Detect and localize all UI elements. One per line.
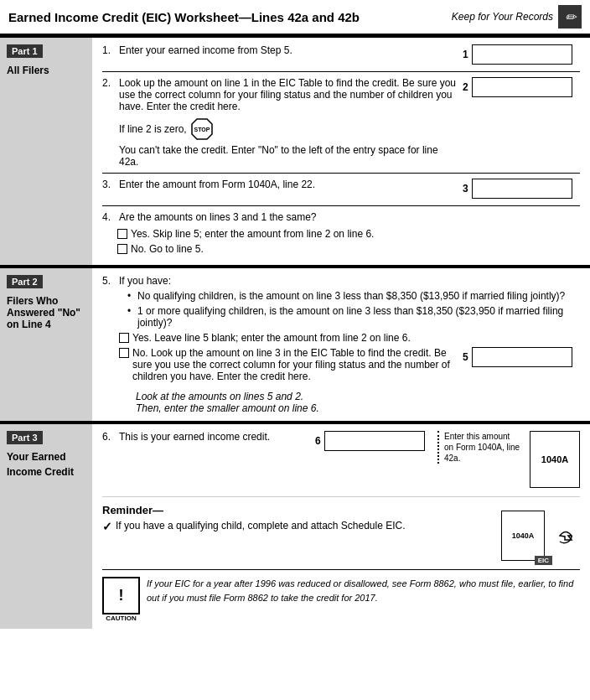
- line5-yes-item: Yes. Leave line 5 blank; enter the amoun…: [119, 332, 580, 344]
- bullet1-dot: •: [127, 290, 134, 302]
- line4-no-checkbox[interactable]: [117, 244, 127, 254]
- line1-box-container: 1: [463, 44, 580, 65]
- small-form-top: 1040A: [512, 531, 535, 540]
- line6-input[interactable]: [324, 431, 425, 451]
- part1-content: 1. Enter your earned income from Step 5.…: [92, 38, 590, 265]
- line6-box-container: 6: [315, 431, 432, 451]
- part1-badge: Part 1: [7, 44, 43, 58]
- part3-badge: Part 3: [7, 431, 43, 444]
- reminder-title: Reminder—: [102, 504, 488, 516]
- line6-enter-note: Enter this amount on Form 1040A, line 42…: [437, 431, 521, 464]
- line2-divider: [102, 173, 580, 174]
- part3-name-line1: Your Earned: [7, 451, 85, 463]
- line5-no-checkbox[interactable]: [119, 348, 129, 358]
- line3-box-container: 3: [463, 179, 580, 199]
- line5-yes-checkbox[interactable]: [119, 333, 129, 343]
- line5-no-row: No. Look up the amount on line 3 in the …: [119, 347, 580, 382]
- line4-no-item: No. Go to line 5.: [117, 243, 580, 255]
- small-form-wrap: 1040A EIC: [501, 511, 545, 561]
- form-1040a-large: 1040A: [530, 431, 580, 488]
- part1-section: Part 1 All Filers 1. Enter your earned i…: [0, 35, 590, 266]
- caution-label: CAUTION: [106, 614, 136, 622]
- line5-yes-text: Yes. Leave line 5 blank; enter the amoun…: [132, 332, 411, 344]
- line5-box-num: 5: [463, 351, 468, 363]
- line6-box-num: 6: [315, 435, 321, 447]
- bullet2-dot: •: [127, 305, 134, 329]
- line2-text-c: You can't take the credit. Enter "No" to…: [119, 144, 458, 168]
- line4-num: 4.: [102, 211, 114, 223]
- line3-input[interactable]: [472, 179, 572, 199]
- line1-input[interactable]: [472, 44, 572, 65]
- bullet2-text: 1 or more qualifying children, is the am…: [137, 305, 580, 329]
- line2-input[interactable]: [472, 77, 572, 97]
- line2-box-num: 2: [463, 81, 468, 93]
- form-1040a-large-area: 1040A: [530, 431, 580, 488]
- part2-label-col: Part 2 Filers Who Answered "No" on Line …: [0, 268, 92, 421]
- reminder-item: ✓ If you have a qualifying child, comple…: [102, 520, 488, 533]
- line6-box-area: 6: [315, 431, 432, 451]
- line1-num: 1.: [102, 44, 114, 56]
- line6-num: 6.: [102, 431, 114, 488]
- line3-divider: [102, 205, 580, 206]
- line5-item: 5. If you have: • No qualifying children…: [102, 275, 580, 414]
- line5-bullet2: • 1 or more qualifying children, is the …: [127, 305, 580, 329]
- page-header: Earned Income Credit (EIC) Worksheet—Lin…: [0, 0, 590, 35]
- line4-yes-checkbox[interactable]: [117, 229, 127, 239]
- worksheet: Part 1 All Filers 1. Enter your earned i…: [0, 35, 590, 629]
- line5-num: 5.: [102, 275, 114, 414]
- pencil-icon: ✏: [558, 5, 582, 29]
- line5-box-container: 5: [463, 347, 580, 367]
- line5-input[interactable]: [472, 347, 572, 367]
- line1-divider: [102, 71, 580, 72]
- part3-label-col: Part 3 Your Earned Income Credit: [0, 424, 92, 629]
- page-title: Earned Income Credit (EIC) Worksheet—Lin…: [8, 10, 360, 24]
- line6-item: 6. This is your earned income credit. 6 …: [102, 431, 580, 488]
- part3-content: 6. This is your earned income credit. 6 …: [92, 424, 590, 629]
- line3-text: Enter the amount from Form 1040A, line 2…: [119, 179, 458, 190]
- line4-yes-text: Yes. Skip line 5; enter the amount from …: [131, 228, 374, 240]
- line4-item: 4. Are the amounts on lines 3 and 1 the …: [102, 211, 580, 255]
- part2-section: Part 2 Filers Who Answered "No" on Line …: [0, 266, 590, 422]
- keep-records-label: Keep for Your Records: [452, 11, 553, 23]
- line5-bullet1: • No qualifying children, is the amount …: [127, 290, 580, 302]
- large-form-label: 1040A: [541, 454, 568, 464]
- line3-item: 3. Enter the amount from Form 1040A, lin…: [102, 179, 580, 199]
- line4-options: Yes. Skip line 5; enter the amount from …: [117, 228, 580, 255]
- line1-item: 1. Enter your earned income from Step 5.…: [102, 44, 580, 65]
- line5-no-text-area: No. Look up the amount on line 3 in the …: [119, 347, 458, 382]
- line2-stop-row: If line 2 is zero, STOP You can't take t…: [119, 117, 458, 168]
- line3-box-num: 3: [463, 183, 468, 194]
- caution-icon: !: [102, 577, 140, 614]
- svg-text:STOP: STOP: [194, 127, 210, 132]
- line1-box-num: 1: [463, 49, 468, 60]
- line5-footer-line1: Look at the amounts on lines 5 and 2.: [136, 391, 580, 402]
- line2-text-b: If line 2 is zero,: [119, 123, 187, 135]
- form-1040a-small: 1040A EIC: [501, 511, 545, 561]
- caution-exclamation: !: [119, 587, 124, 604]
- line5-footer-line2: Then, enter the smaller amount on line 6…: [136, 402, 580, 414]
- part1-label-col: Part 1 All Filers: [0, 38, 92, 265]
- reminder-checkmark: ✓: [102, 520, 112, 533]
- part3-name-line2: Income Credit: [7, 466, 85, 478]
- part2-name: Filers Who Answered "No" on Line 4: [7, 295, 85, 330]
- line6-text: This is your earned income credit.: [119, 431, 310, 488]
- line4-yes-item: Yes. Skip line 5; enter the amount from …: [117, 228, 580, 240]
- reminder-text: If you have a qualifying child, complete…: [116, 520, 406, 533]
- line2-item: 2. Look up the amount on line 1 in the E…: [102, 77, 580, 168]
- line2-num: 2.: [102, 77, 114, 89]
- enter-note-text: Enter this amount on Form 1040A, line 42…: [444, 432, 520, 463]
- header-right: Keep for Your Records ✏: [452, 5, 582, 29]
- arrow-icon: [551, 521, 580, 550]
- stop-sign-icon: STOP: [190, 117, 214, 141]
- line5-intro: If you have:: [119, 275, 580, 287]
- line5-bullets: • No qualifying children, is the amount …: [127, 290, 580, 329]
- line5-body: If you have: • No qualifying children, i…: [119, 275, 580, 414]
- caution-text: If your EIC for a year after 1996 was re…: [147, 577, 580, 604]
- eic-badge: EIC: [535, 556, 552, 565]
- line2-text: Look up the amount on line 1 in the EIC …: [119, 77, 458, 168]
- part3-section: Part 3 Your Earned Income Credit 6. This…: [0, 422, 590, 629]
- line1-text: Enter your earned income from Step 5.: [119, 44, 458, 56]
- line3-num: 3.: [102, 179, 114, 190]
- line4-question: Are the amounts on lines 3 and 1 the sam…: [119, 211, 316, 223]
- line4-no-text: No. Go to line 5.: [131, 243, 204, 255]
